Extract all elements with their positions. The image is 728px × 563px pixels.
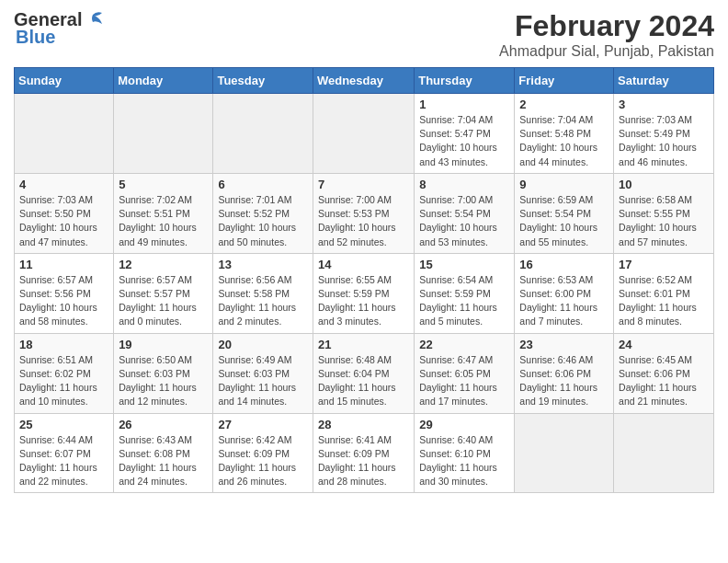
day-info: Sunrise: 6:52 AM Sunset: 6:01 PM Dayligh… — [619, 273, 709, 329]
day-info: Sunrise: 7:04 AM Sunset: 5:47 PM Dayligh… — [419, 113, 509, 169]
day-info: Sunrise: 6:58 AM Sunset: 5:55 PM Dayligh… — [619, 193, 709, 249]
day-info: Sunrise: 7:00 AM Sunset: 5:53 PM Dayligh… — [318, 193, 409, 249]
day-info: Sunrise: 6:45 AM Sunset: 6:06 PM Dayligh… — [619, 353, 709, 409]
calendar-cell: 6Sunrise: 7:01 AM Sunset: 5:52 PM Daylig… — [213, 173, 313, 253]
calendar-cell: 12Sunrise: 6:57 AM Sunset: 5:57 PM Dayli… — [114, 253, 213, 333]
day-info: Sunrise: 6:57 AM Sunset: 5:56 PM Dayligh… — [19, 273, 108, 329]
calendar-cell: 24Sunrise: 6:45 AM Sunset: 6:06 PM Dayli… — [614, 333, 714, 413]
day-info: Sunrise: 6:43 AM Sunset: 6:08 PM Dayligh… — [119, 433, 208, 489]
day-number: 16 — [519, 258, 609, 271]
calendar-cell: 25Sunrise: 6:44 AM Sunset: 6:07 PM Dayli… — [15, 413, 114, 493]
calendar-cell: 8Sunrise: 7:00 AM Sunset: 5:54 PM Daylig… — [415, 173, 515, 253]
day-info: Sunrise: 6:55 AM Sunset: 5:59 PM Dayligh… — [318, 273, 409, 329]
day-info: Sunrise: 6:57 AM Sunset: 5:57 PM Dayligh… — [119, 273, 208, 329]
weekday-header-sunday: Sunday — [15, 68, 114, 94]
day-number: 2 — [519, 98, 609, 111]
day-number: 5 — [119, 178, 208, 191]
day-number: 13 — [218, 258, 308, 271]
calendar-cell: 21Sunrise: 6:48 AM Sunset: 6:04 PM Dayli… — [313, 333, 414, 413]
calendar-table: SundayMondayTuesdayWednesdayThursdayFrid… — [14, 67, 714, 493]
day-number: 19 — [119, 338, 208, 351]
page-header: General Blue February 2024 Ahmadpur Sial… — [14, 9, 714, 60]
location-subtitle: Ahmadpur Sial, Punjab, Pakistan — [499, 43, 714, 60]
calendar-cell: 27Sunrise: 6:42 AM Sunset: 6:09 PM Dayli… — [213, 413, 313, 493]
day-info: Sunrise: 6:41 AM Sunset: 6:09 PM Dayligh… — [318, 433, 409, 489]
calendar-cell: 29Sunrise: 6:40 AM Sunset: 6:10 PM Dayli… — [415, 413, 515, 493]
calendar-week-row: 25Sunrise: 6:44 AM Sunset: 6:07 PM Dayli… — [15, 413, 714, 493]
day-info: Sunrise: 6:56 AM Sunset: 5:58 PM Dayligh… — [218, 273, 308, 329]
day-number: 23 — [519, 338, 609, 351]
day-info: Sunrise: 7:03 AM Sunset: 5:49 PM Dayligh… — [619, 113, 709, 169]
calendar-cell — [213, 94, 313, 174]
calendar-cell: 16Sunrise: 6:53 AM Sunset: 6:00 PM Dayli… — [515, 253, 614, 333]
day-number: 9 — [519, 178, 609, 191]
day-info: Sunrise: 6:53 AM Sunset: 6:00 PM Dayligh… — [519, 273, 609, 329]
day-info: Sunrise: 7:01 AM Sunset: 5:52 PM Dayligh… — [218, 193, 308, 249]
day-number: 4 — [19, 178, 108, 191]
calendar-cell: 11Sunrise: 6:57 AM Sunset: 5:56 PM Dayli… — [15, 253, 114, 333]
day-number: 6 — [218, 178, 308, 191]
logo: General Blue — [14, 9, 104, 48]
calendar-cell: 9Sunrise: 6:59 AM Sunset: 5:54 PM Daylig… — [515, 173, 614, 253]
day-number: 14 — [318, 258, 409, 271]
calendar-cell: 10Sunrise: 6:58 AM Sunset: 5:55 PM Dayli… — [614, 173, 714, 253]
day-number: 15 — [419, 258, 509, 271]
weekday-header-friday: Friday — [515, 68, 614, 94]
day-number: 8 — [419, 178, 509, 191]
calendar-cell: 15Sunrise: 6:54 AM Sunset: 5:59 PM Dayli… — [415, 253, 515, 333]
calendar-cell: 20Sunrise: 6:49 AM Sunset: 6:03 PM Dayli… — [213, 333, 313, 413]
day-number: 26 — [119, 418, 208, 431]
calendar-week-row: 18Sunrise: 6:51 AM Sunset: 6:02 PM Dayli… — [15, 333, 714, 413]
calendar-cell: 17Sunrise: 6:52 AM Sunset: 6:01 PM Dayli… — [614, 253, 714, 333]
calendar-cell — [15, 94, 114, 174]
calendar-header: SundayMondayTuesdayWednesdayThursdayFrid… — [15, 68, 714, 94]
logo-blue-text: Blue — [16, 27, 55, 48]
day-info: Sunrise: 7:02 AM Sunset: 5:51 PM Dayligh… — [119, 193, 208, 249]
day-number: 18 — [19, 338, 108, 351]
day-number: 29 — [419, 418, 509, 431]
calendar-cell: 23Sunrise: 6:46 AM Sunset: 6:06 PM Dayli… — [515, 333, 614, 413]
logo-bird-icon — [84, 11, 104, 29]
calendar-body: 1Sunrise: 7:04 AM Sunset: 5:47 PM Daylig… — [15, 94, 714, 493]
calendar-cell: 1Sunrise: 7:04 AM Sunset: 5:47 PM Daylig… — [415, 94, 515, 174]
calendar-cell: 19Sunrise: 6:50 AM Sunset: 6:03 PM Dayli… — [114, 333, 213, 413]
calendar-cell: 28Sunrise: 6:41 AM Sunset: 6:09 PM Dayli… — [313, 413, 414, 493]
calendar-cell: 5Sunrise: 7:02 AM Sunset: 5:51 PM Daylig… — [114, 173, 213, 253]
day-number: 3 — [619, 98, 709, 111]
calendar-week-row: 11Sunrise: 6:57 AM Sunset: 5:56 PM Dayli… — [15, 253, 714, 333]
month-year-title: February 2024 — [499, 9, 714, 43]
day-number: 12 — [119, 258, 208, 271]
calendar-title-area: February 2024 Ahmadpur Sial, Punjab, Pak… — [499, 9, 714, 60]
day-info: Sunrise: 6:49 AM Sunset: 6:03 PM Dayligh… — [218, 353, 308, 409]
day-info: Sunrise: 6:50 AM Sunset: 6:03 PM Dayligh… — [119, 353, 208, 409]
day-number: 1 — [419, 98, 509, 111]
calendar-cell: 2Sunrise: 7:04 AM Sunset: 5:48 PM Daylig… — [515, 94, 614, 174]
weekday-header-tuesday: Tuesday — [213, 68, 313, 94]
day-number: 11 — [19, 258, 108, 271]
day-number: 22 — [419, 338, 509, 351]
calendar-cell — [515, 413, 614, 493]
day-info: Sunrise: 6:44 AM Sunset: 6:07 PM Dayligh… — [19, 433, 108, 489]
day-info: Sunrise: 6:51 AM Sunset: 6:02 PM Dayligh… — [19, 353, 108, 409]
calendar-cell — [313, 94, 414, 174]
day-info: Sunrise: 7:04 AM Sunset: 5:48 PM Dayligh… — [519, 113, 609, 169]
weekday-header-wednesday: Wednesday — [313, 68, 414, 94]
day-number: 10 — [619, 178, 709, 191]
day-info: Sunrise: 6:46 AM Sunset: 6:06 PM Dayligh… — [519, 353, 609, 409]
calendar-cell: 4Sunrise: 7:03 AM Sunset: 5:50 PM Daylig… — [15, 173, 114, 253]
day-number: 25 — [19, 418, 108, 431]
weekday-header-row: SundayMondayTuesdayWednesdayThursdayFrid… — [15, 68, 714, 94]
calendar-cell: 22Sunrise: 6:47 AM Sunset: 6:05 PM Dayli… — [415, 333, 515, 413]
day-number: 20 — [218, 338, 308, 351]
day-info: Sunrise: 6:54 AM Sunset: 5:59 PM Dayligh… — [419, 273, 509, 329]
day-info: Sunrise: 7:03 AM Sunset: 5:50 PM Dayligh… — [19, 193, 108, 249]
calendar-cell: 13Sunrise: 6:56 AM Sunset: 5:58 PM Dayli… — [213, 253, 313, 333]
calendar-cell — [114, 94, 213, 174]
weekday-header-monday: Monday — [114, 68, 213, 94]
day-info: Sunrise: 6:40 AM Sunset: 6:10 PM Dayligh… — [419, 433, 509, 489]
calendar-cell: 3Sunrise: 7:03 AM Sunset: 5:49 PM Daylig… — [614, 94, 714, 174]
day-number: 21 — [318, 338, 409, 351]
day-number: 17 — [619, 258, 709, 271]
calendar-cell: 26Sunrise: 6:43 AM Sunset: 6:08 PM Dayli… — [114, 413, 213, 493]
calendar-week-row: 1Sunrise: 7:04 AM Sunset: 5:47 PM Daylig… — [15, 94, 714, 174]
